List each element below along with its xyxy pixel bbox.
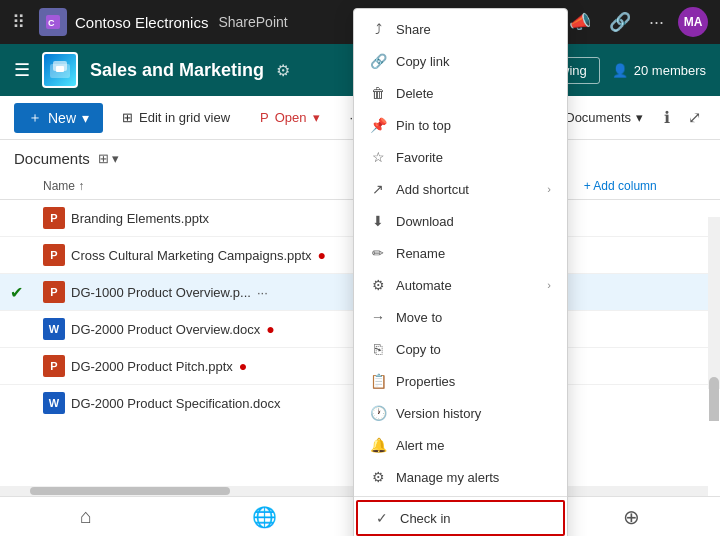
menu-item-label: Copy link: [396, 54, 449, 69]
col-add-header[interactable]: + Add column: [574, 173, 720, 200]
row-check[interactable]: [0, 385, 33, 422]
open-button[interactable]: P Open ▾: [249, 104, 330, 131]
menu-item-delete[interactable]: 🗑 Delete: [354, 77, 567, 109]
menu-item-rename[interactable]: ✏ Rename: [354, 237, 567, 269]
chevron-down-icon: ▾: [82, 110, 89, 126]
new-label: New: [48, 110, 76, 126]
add-icon[interactable]: ⊕: [603, 497, 660, 537]
sync-error-icon: ●: [318, 247, 326, 263]
menu-item-pin-to-top[interactable]: 📌 Pin to top: [354, 109, 567, 141]
menu-item-manage-my-alerts[interactable]: ⚙ Manage my alerts: [354, 461, 567, 493]
menu-item-favorite[interactable]: ☆ Favorite: [354, 141, 567, 173]
alert-icon: 🔔: [370, 437, 386, 453]
platform-label: SharePoint: [218, 14, 287, 30]
menu-item-label: Automate: [396, 278, 452, 293]
move-icon: →: [370, 309, 386, 325]
powerpoint-icon: P: [260, 110, 269, 125]
menu-item-label: Download: [396, 214, 454, 229]
menu-item-download[interactable]: ⬇ Download: [354, 205, 567, 237]
site-icon-inner: [44, 54, 76, 86]
plus-icon: ＋: [28, 109, 42, 127]
user-avatar[interactable]: MA: [678, 7, 708, 37]
view-chevron-icon: ▾: [112, 151, 119, 166]
history-icon: 🕐: [370, 405, 386, 421]
menu-item-label: Pin to top: [396, 118, 451, 133]
menu-item-check-in[interactable]: ✓ Check in: [356, 500, 565, 536]
waffle-icon[interactable]: ⠿: [12, 11, 25, 33]
menu-item-label: Manage my alerts: [396, 470, 499, 485]
app-icon: C: [39, 8, 67, 36]
megaphone-icon[interactable]: 📣: [565, 7, 595, 37]
add-column-cell: [574, 385, 720, 422]
file-name: DG-2000 Product Specification.docx: [71, 396, 281, 411]
row-check[interactable]: [0, 237, 33, 274]
grid-icon: ⊞: [122, 110, 133, 125]
menu-item-label: Properties: [396, 374, 455, 389]
add-column-cell: [574, 311, 720, 348]
download-icon: ⬇: [370, 213, 386, 229]
menu-item-share[interactable]: ⤴ Share: [354, 13, 567, 45]
delete-icon: 🗑: [370, 85, 386, 101]
add-column-cell: [574, 274, 720, 311]
file-name: DG-2000 Product Overview.docx: [71, 322, 260, 337]
menu-item-automate[interactable]: ⚙ Automate ›: [354, 269, 567, 301]
menu-item-copy-link[interactable]: 🔗 Copy link: [354, 45, 567, 77]
add-column-cell: [574, 200, 720, 237]
edit-grid-label: Edit in grid view: [139, 110, 230, 125]
row-check[interactable]: ✔: [0, 274, 33, 311]
menu-item-alert-me[interactable]: 🔔 Alert me: [354, 429, 567, 461]
share-icon: ⤴: [370, 21, 386, 37]
submenu-chevron-icon: ›: [547, 183, 551, 195]
people-icon: 👤: [612, 63, 628, 78]
share-network-icon[interactable]: 🔗: [605, 7, 635, 37]
menu-item-add-shortcut[interactable]: ↗ Add shortcut ›: [354, 173, 567, 205]
expand-button[interactable]: ⤢: [683, 103, 706, 132]
app-name: Contoso Electronics: [75, 14, 208, 31]
star-icon: ☆: [370, 149, 386, 165]
checkin-icon: ✓: [374, 510, 390, 526]
globe-icon[interactable]: 🌐: [232, 497, 297, 537]
menu-item-move-to[interactable]: → Move to: [354, 301, 567, 333]
manage-icon: ⚙: [370, 469, 386, 485]
horizontal-scrollbar-thumb: [30, 487, 230, 495]
file-name: Branding Elements.pptx: [71, 211, 209, 226]
file-type-icon: P: [43, 355, 65, 377]
row-check[interactable]: [0, 348, 33, 385]
members-button[interactable]: 👤 20 members: [612, 63, 706, 78]
members-label: 20 members: [634, 63, 706, 78]
vertical-scrollbar[interactable]: [708, 217, 720, 389]
settings-icon[interactable]: ⚙: [276, 61, 290, 80]
more-options-icon[interactable]: ···: [645, 8, 668, 37]
open-label: Open: [275, 110, 307, 125]
shortcut-icon: ↗: [370, 181, 386, 197]
menu-item-label: Delete: [396, 86, 434, 101]
sync-error-icon: ●: [239, 358, 247, 374]
menu-item-label: Favorite: [396, 150, 443, 165]
new-button[interactable]: ＋ New ▾: [14, 103, 103, 133]
menu-item-label: Share: [396, 22, 431, 37]
menu-item-version-history[interactable]: 🕐 Version history: [354, 397, 567, 429]
edit-grid-button[interactable]: ⊞ Edit in grid view: [111, 104, 241, 131]
app-logo: C Contoso Electronics: [39, 8, 208, 36]
copy-icon: ⎘: [370, 341, 386, 357]
menu-item-label: Copy to: [396, 342, 441, 357]
row-check[interactable]: [0, 200, 33, 237]
nav-toggle-icon[interactable]: ☰: [14, 59, 30, 81]
menu-item-copy-to[interactable]: ⎘ Copy to: [354, 333, 567, 365]
row-more-icon[interactable]: ···: [257, 285, 268, 300]
menu-item-label: Rename: [396, 246, 445, 261]
info-button[interactable]: ℹ: [659, 103, 675, 132]
home-icon[interactable]: ⌂: [60, 497, 112, 536]
menu-item-properties[interactable]: 📋 Properties: [354, 365, 567, 397]
site-icon: [42, 52, 78, 88]
link-icon: 🔗: [370, 53, 386, 69]
file-name: DG-2000 Product Pitch.pptx: [71, 359, 233, 374]
view-toggle[interactable]: ⊞ ▾: [98, 151, 119, 166]
chevron-down-icon: ▾: [313, 110, 320, 125]
row-check[interactable]: [0, 311, 33, 348]
svg-text:C: C: [48, 18, 55, 28]
view-icon: ⊞: [98, 151, 109, 166]
menu-item-label: Check in: [400, 511, 451, 526]
props-icon: 📋: [370, 373, 386, 389]
file-type-icon: W: [43, 392, 65, 414]
